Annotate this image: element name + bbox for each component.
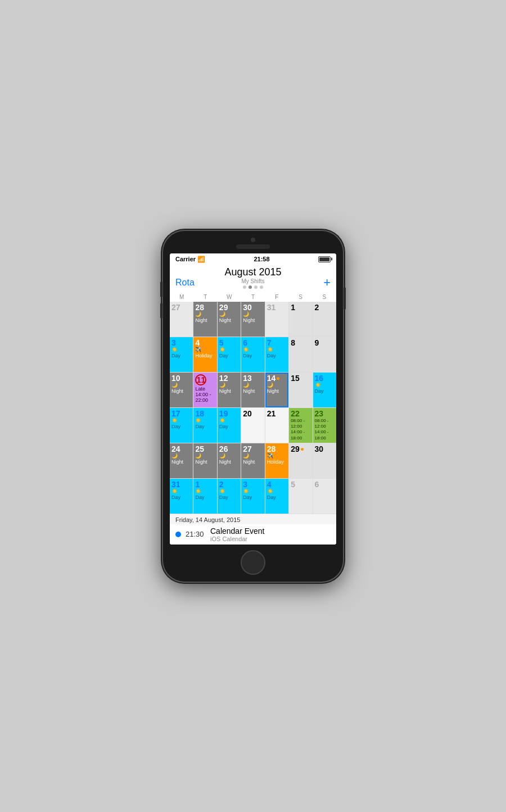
- cal-cell[interactable]: 4☀️Day: [265, 479, 288, 514]
- page-dots: [175, 285, 331, 289]
- cal-cell[interactable]: 15: [289, 373, 312, 407]
- cal-cell[interactable]: 6: [313, 479, 336, 514]
- cal-cell[interactable]: 3☀️Day: [241, 479, 264, 514]
- cal-cell[interactable]: 31☀️Day: [170, 479, 193, 514]
- shift-icon: 🌙: [243, 453, 263, 459]
- shift-label: Day: [243, 495, 263, 500]
- shift-label: Late 14:00 - 22:00: [195, 386, 215, 403]
- cal-cell[interactable]: 19☀️Day: [218, 408, 241, 443]
- shift-times: 08:00 - 12:00 14:00 - 18:00: [315, 418, 335, 442]
- shift-icon: ☀️: [219, 418, 239, 423]
- cal-date-number: 29: [219, 303, 239, 311]
- shift-icon: ✈️: [195, 347, 215, 352]
- weekday-M: M: [170, 292, 193, 302]
- phone-top: [170, 238, 336, 249]
- shift-icon: ☀️: [243, 489, 263, 494]
- shift-icon: 🌙: [219, 453, 239, 459]
- cal-cell[interactable]: 30: [313, 443, 336, 478]
- shift-label: Night: [267, 388, 287, 394]
- dot-2: [249, 285, 252, 289]
- event-item[interactable]: 21:30 Calendar Event iOS Calendar: [170, 524, 336, 545]
- cal-cell[interactable]: 26🌙Night: [218, 443, 241, 478]
- cal-cell[interactable]: 1☀️Day: [193, 479, 216, 514]
- cal-cell[interactable]: 5☀️Day: [218, 337, 241, 372]
- cal-date-number: 19: [219, 410, 239, 418]
- cal-cell[interactable]: 17☀️Day: [170, 408, 193, 443]
- cal-cell[interactable]: 2: [313, 302, 336, 337]
- cal-cell[interactable]: 30🌙Night: [241, 302, 264, 337]
- cal-cell[interactable]: 13🌙Night: [241, 373, 264, 407]
- cal-cell[interactable]: 12🌙Night: [218, 373, 241, 407]
- calendar-header: August 2015 Rota + My Shifts: [170, 265, 336, 292]
- cal-cell[interactable]: 14🌙Night: [265, 373, 288, 407]
- cal-cell[interactable]: 29: [289, 443, 312, 478]
- shift-label: Holiday: [195, 353, 215, 359]
- cal-date-number: 23: [315, 410, 335, 418]
- cal-cell[interactable]: 8: [289, 337, 312, 372]
- cal-cell[interactable]: 10🌙Night: [170, 373, 193, 407]
- shift-label: Night: [195, 317, 215, 323]
- cal-cell[interactable]: 4✈️Holiday: [193, 337, 216, 372]
- cal-cell[interactable]: 20: [241, 408, 264, 443]
- cal-cell[interactable]: 28🌙Night: [193, 302, 216, 337]
- shift-icon: 🌙: [195, 453, 215, 459]
- cal-cell[interactable]: 25🌙Night: [193, 443, 216, 478]
- shift-label: Night: [243, 317, 263, 323]
- cal-date-number: 24: [171, 445, 191, 453]
- shift-icon: 🌙: [171, 453, 191, 459]
- cal-date-number: 6: [243, 339, 263, 347]
- cal-cell[interactable]: 18☀️Day: [193, 408, 216, 443]
- cal-cell[interactable]: 2208:00 - 12:00 14:00 - 18:00: [289, 408, 312, 443]
- event-dot-indicator: [277, 377, 279, 380]
- cal-cell[interactable]: 2308:00 - 12:00 14:00 - 18:00: [313, 408, 336, 443]
- rota-button[interactable]: Rota: [175, 278, 195, 288]
- cal-date-number: 31: [267, 303, 287, 311]
- volume-up-button[interactable]: [160, 282, 162, 297]
- cal-cell[interactable]: 3☀️Day: [170, 337, 193, 372]
- cal-date-number: 18: [195, 410, 215, 418]
- cal-cell[interactable]: 2☀️Day: [218, 479, 241, 514]
- shift-label: Day: [219, 495, 239, 500]
- cal-cell[interactable]: 28✈️Holiday: [265, 443, 288, 478]
- today-circle: 11: [195, 374, 206, 385]
- phone-screen: Carrier 📶 21:58 August 2015 Rota + My Sh…: [170, 253, 336, 545]
- cal-date-number: 17: [171, 410, 191, 418]
- cal-date-number: 5: [219, 339, 239, 347]
- shift-icon: ☀️: [267, 347, 287, 352]
- shift-icon: 🌙: [219, 312, 239, 317]
- cal-cell[interactable]: 31: [265, 302, 288, 337]
- weekday-T2: T: [241, 292, 265, 302]
- cal-cell[interactable]: 29🌙Night: [218, 302, 241, 337]
- status-time: 21:58: [254, 256, 269, 262]
- shift-icon: 🌙: [195, 312, 215, 317]
- cal-cell[interactable]: 24🌙Night: [170, 443, 193, 478]
- cal-cell[interactable]: 16☀️Day: [313, 373, 336, 407]
- add-button[interactable]: +: [323, 276, 331, 289]
- cal-date-number: 8: [291, 339, 310, 347]
- dot-3: [254, 285, 257, 289]
- cal-cell[interactable]: 5: [289, 479, 312, 514]
- power-button[interactable]: [344, 287, 346, 310]
- shift-icon: ✈️: [267, 453, 287, 459]
- shift-icon: ☀️: [171, 418, 191, 423]
- cal-date-number: 27: [171, 303, 191, 311]
- cal-date-number: 21: [267, 410, 287, 418]
- shift-label: Day: [195, 495, 215, 500]
- cal-cell[interactable]: 6☀️Day: [241, 337, 264, 372]
- shift-icon: ☀️: [315, 383, 335, 388]
- volume-down-button[interactable]: [160, 303, 162, 319]
- cal-cell[interactable]: 1: [289, 302, 312, 337]
- cal-cell[interactable]: 7☀️Day: [265, 337, 288, 372]
- cal-cell[interactable]: 9: [313, 337, 336, 372]
- home-button[interactable]: [241, 550, 265, 575]
- cal-cell[interactable]: 27: [170, 302, 193, 337]
- cal-cell[interactable]: 27🌙Night: [241, 443, 264, 478]
- event-color-dot: [175, 532, 181, 537]
- cal-date-number: 2: [219, 480, 239, 488]
- cal-cell[interactable]: 21: [265, 408, 288, 443]
- shift-label: Day: [315, 388, 335, 394]
- weekday-S1: S: [288, 292, 312, 302]
- cal-cell[interactable]: 11Late 14:00 - 22:00: [193, 373, 216, 407]
- event-time: 21:30: [186, 530, 206, 538]
- speaker: [236, 244, 270, 249]
